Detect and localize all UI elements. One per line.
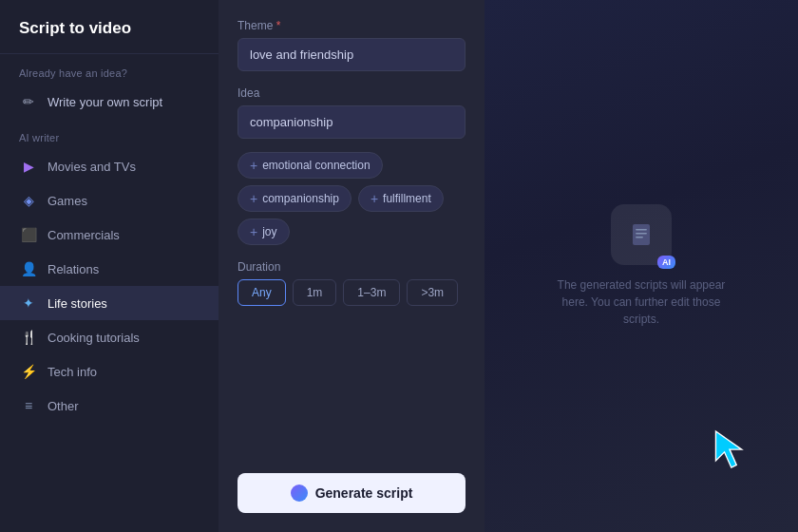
ai-badge: AI bbox=[657, 256, 675, 269]
generate-label: Generate script bbox=[315, 485, 413, 501]
svg-rect-3 bbox=[636, 237, 643, 238]
svg-rect-2 bbox=[636, 233, 647, 235]
required-star: * bbox=[276, 19, 281, 32]
sidebar-item-label: Life stories bbox=[48, 296, 107, 311]
tag-companionship[interactable]: + companionship bbox=[238, 185, 352, 212]
sidebar-header: Script to video bbox=[0, 0, 218, 54]
tag-label: fulfillment bbox=[383, 192, 431, 205]
already-label: Already have an idea? bbox=[0, 54, 218, 85]
tag-label: joy bbox=[262, 225, 276, 238]
ai-spinner-icon bbox=[291, 484, 308, 502]
idea-label: Idea bbox=[238, 86, 466, 100]
sidebar-item-label: Tech info bbox=[48, 365, 97, 379]
right-panel: AI The generated scripts will appear her… bbox=[484, 0, 798, 532]
sidebar-item-games[interactable]: ◈ Games bbox=[0, 183, 218, 218]
cooking-icon: 🍴 bbox=[19, 328, 38, 347]
tag-joy[interactable]: + joy bbox=[238, 218, 290, 245]
sidebar-item-commercials[interactable]: ⬛ Commercials bbox=[0, 218, 218, 252]
sidebar-item-label: Games bbox=[48, 194, 87, 208]
duration-any[interactable]: Any bbox=[238, 279, 286, 306]
pencil-icon: ✏ bbox=[19, 92, 38, 111]
sidebar-item-relations[interactable]: 👤 Relations bbox=[0, 252, 218, 286]
sidebar-item-cooking[interactable]: 🍴 Cooking tutorials bbox=[0, 320, 218, 354]
tag-label: emotional connection bbox=[262, 159, 370, 172]
sidebar-item-label: Movies and TVs bbox=[48, 160, 136, 174]
ai-writer-label: AI writer bbox=[0, 119, 218, 149]
sidebar: Script to video Already have an idea? ✏ … bbox=[0, 0, 218, 532]
tag-emotional-connection[interactable]: + emotional connection bbox=[238, 152, 383, 179]
svg-rect-1 bbox=[636, 229, 647, 231]
plus-icon: + bbox=[370, 191, 378, 206]
idea-section: Idea + emotional connection + companions… bbox=[238, 86, 466, 245]
write-own-label: Write your own script bbox=[48, 95, 162, 109]
generate-button[interactable]: Generate script bbox=[238, 473, 466, 513]
sidebar-item-tech[interactable]: ⚡ Tech info bbox=[0, 354, 218, 389]
sidebar-item-movies[interactable]: ▶ Movies and TVs bbox=[0, 149, 218, 183]
sidebar-item-label: Commercials bbox=[48, 228, 120, 242]
other-icon: ≡ bbox=[19, 396, 38, 415]
plus-icon: + bbox=[250, 158, 257, 173]
duration-1m[interactable]: 1m bbox=[293, 279, 337, 306]
tag-row: + emotional connection + companionship +… bbox=[238, 152, 466, 245]
form-area: Theme * Idea + emotional connection + co… bbox=[218, 0, 484, 532]
document-icon bbox=[628, 221, 655, 248]
sidebar-item-label: Other bbox=[48, 399, 79, 413]
movies-icon: ▶ bbox=[19, 157, 38, 176]
duration-buttons: Any 1m 1–3m >3m bbox=[238, 279, 466, 306]
sidebar-item-label: Cooking tutorials bbox=[48, 331, 140, 345]
svg-rect-0 bbox=[633, 224, 650, 245]
plus-icon: + bbox=[250, 191, 257, 206]
games-icon: ◈ bbox=[19, 191, 38, 210]
sidebar-item-life[interactable]: ✦ Life stories bbox=[0, 286, 218, 320]
sidebar-item-label: Relations bbox=[48, 262, 99, 276]
tag-fulfillment[interactable]: + fulfillment bbox=[358, 185, 444, 212]
main-panel: Theme * Idea + emotional connection + co… bbox=[218, 0, 798, 532]
cursor-arrow bbox=[711, 428, 749, 477]
theme-label: Theme * bbox=[238, 19, 466, 32]
duration-3m-plus[interactable]: >3m bbox=[407, 279, 458, 306]
generate-btn-container: Generate script bbox=[238, 464, 466, 513]
ai-placeholder-icon: AI bbox=[611, 204, 672, 265]
plus-icon: + bbox=[250, 224, 257, 239]
tag-label: companionship bbox=[262, 192, 339, 205]
placeholder-text: The generated scripts will appear here. … bbox=[546, 276, 736, 328]
cursor-svg bbox=[711, 428, 749, 473]
life-icon: ✦ bbox=[19, 294, 38, 313]
idea-input[interactable] bbox=[238, 105, 466, 139]
theme-section: Theme * bbox=[238, 19, 466, 71]
sidebar-item-write-own[interactable]: ✏ Write your own script bbox=[0, 85, 218, 119]
theme-input[interactable] bbox=[238, 38, 466, 71]
app-title: Script to video bbox=[19, 19, 131, 37]
relations-icon: 👤 bbox=[19, 259, 38, 278]
commercials-icon: ⬛ bbox=[19, 225, 38, 244]
duration-label: Duration bbox=[238, 260, 466, 274]
duration-section: Duration Any 1m 1–3m >3m bbox=[238, 260, 466, 306]
tech-icon: ⚡ bbox=[19, 362, 38, 381]
sidebar-item-other[interactable]: ≡ Other bbox=[0, 389, 218, 423]
duration-1-3m[interactable]: 1–3m bbox=[343, 279, 400, 306]
